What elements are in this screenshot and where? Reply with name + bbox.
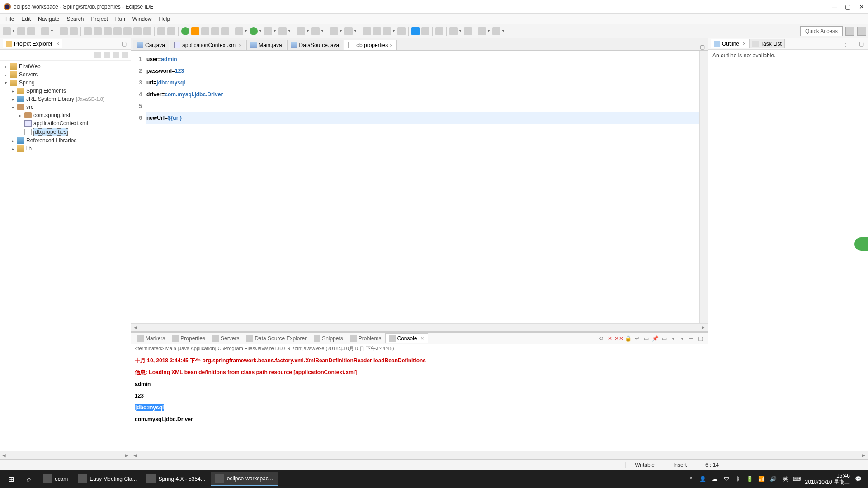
editor-horizontal-scrollbar[interactable]: ◄► <box>131 323 708 331</box>
console-line[interactable]: com.mysql.jdbc.Driver <box>135 413 704 425</box>
chevron-up-icon[interactable]: ^ <box>688 475 695 483</box>
code-area[interactable]: user=adminpassword=123url=jdbc:mysqldriv… <box>145 51 699 323</box>
project-explorer-tab[interactable]: Project Explorer × <box>3 39 62 48</box>
collapse-all-icon[interactable] <box>94 52 101 58</box>
back-button[interactable] <box>478 27 486 35</box>
maximize-button[interactable]: ▢ <box>845 3 851 10</box>
word-wrap-icon[interactable]: ↩ <box>633 335 641 342</box>
keyboard-icon[interactable]: ⌨ <box>793 475 801 483</box>
volume-icon[interactable]: 🔊 <box>770 475 777 483</box>
expander-icon[interactable]: ▸ <box>10 97 15 102</box>
new-package-button[interactable] <box>311 27 320 35</box>
step-into-button[interactable] <box>123 27 132 35</box>
save-all-button[interactable] <box>27 27 35 35</box>
minimize-icon[interactable]: ─ <box>691 44 697 50</box>
taskbar-item[interactable]: ocam <box>38 472 72 486</box>
bottom-tab-console[interactable]: Console× <box>385 333 428 343</box>
prev-annotation-button[interactable] <box>464 27 472 35</box>
tree-node[interactable]: applicationContext.xml <box>0 119 131 127</box>
tree-node[interactable]: db.properties <box>0 127 131 136</box>
stop-button[interactable] <box>104 27 112 35</box>
tree-node[interactable]: ▸FirstWeb <box>0 62 131 70</box>
close-icon[interactable]: × <box>56 41 59 47</box>
minimize-icon[interactable]: ─ <box>688 335 695 342</box>
focus-icon[interactable] <box>113 52 119 58</box>
console-line[interactable]: 信息: Loading XML bean definitions from cl… <box>135 366 704 378</box>
editor-tab[interactable]: applicationContext.xml× <box>170 40 245 50</box>
web-button[interactable] <box>411 27 420 35</box>
project-tree[interactable]: ▸FirstWeb▸Servers▾Spring▸Spring Elements… <box>0 61 131 451</box>
menu-help[interactable]: Help <box>156 14 174 23</box>
horizontal-scroll-row[interactable]: ◄► ◄► <box>0 451 868 459</box>
external-tools-button[interactable] <box>278 27 287 35</box>
ime-icon[interactable]: 英 <box>782 475 789 483</box>
notifications-icon[interactable]: 💬 <box>854 475 862 483</box>
scroll-lock-icon[interactable]: 🔒 <box>624 335 632 342</box>
annotation-button[interactable] <box>397 27 406 35</box>
open-task-button[interactable] <box>344 27 353 35</box>
bottom-tab-properties[interactable]: Properties <box>169 334 209 343</box>
maximize-icon[interactable]: ▢ <box>122 41 128 47</box>
console-line[interactable]: 123 <box>135 390 704 402</box>
tree-node[interactable]: ▾Spring <box>0 79 131 87</box>
tool-button[interactable] <box>70 27 78 35</box>
search-button[interactable] <box>383 27 391 35</box>
taskbar-item[interactable]: Easy Meeting Cla... <box>73 472 141 486</box>
new-button[interactable] <box>3 27 11 35</box>
expander-icon[interactable]: ▾ <box>10 105 15 110</box>
expander-icon[interactable]: ▾ <box>3 80 8 85</box>
folder-up-button[interactable] <box>373 27 381 35</box>
expander-icon[interactable]: ▸ <box>3 72 8 77</box>
remove-all-icon[interactable]: ✕✕ <box>615 335 623 342</box>
pin-button[interactable] <box>435 27 443 35</box>
view-menu-icon[interactable] <box>122 52 128 58</box>
quick-access-input[interactable]: Quick Access <box>800 26 843 36</box>
onedrive-icon[interactable]: ☁ <box>711 475 718 483</box>
view-menu-icon[interactable]: ⋮ <box>843 41 849 47</box>
publish-button[interactable] <box>221 27 229 35</box>
new-console-icon[interactable]: ▾ <box>679 335 686 342</box>
pause-button[interactable] <box>94 27 102 35</box>
open-perspective-button[interactable] <box>845 27 854 36</box>
battery-icon[interactable]: 🔋 <box>746 475 754 483</box>
tree-node[interactable]: ▸Spring Elements <box>0 87 131 95</box>
relaunch-button[interactable] <box>191 27 199 35</box>
close-icon[interactable]: × <box>390 42 392 48</box>
console-output[interactable]: 十月 10, 2018 3:44:45 下午 org.springframewo… <box>131 353 708 451</box>
outline-tab[interactable]: Outline × <box>711 39 749 48</box>
bottom-tab-data-source-explorer[interactable]: Data Source Explorer <box>243 334 310 343</box>
remove-launch-icon[interactable]: ✕ <box>606 335 613 342</box>
console-line[interactable]: jdbc:mysql <box>135 402 704 413</box>
task-list-tab[interactable]: Task List <box>749 39 785 48</box>
code-line[interactable]: url=jdbc:mysql <box>146 77 699 89</box>
close-icon[interactable]: × <box>421 335 424 342</box>
bluetooth-icon[interactable]: ᛒ <box>735 475 742 483</box>
close-button[interactable]: ✕ <box>859 3 864 10</box>
tree-node[interactable]: ▸JRE System Library[JavaSE-1.8] <box>0 95 131 103</box>
close-icon[interactable]: × <box>239 42 241 48</box>
menu-search[interactable]: Search <box>63 14 87 23</box>
skip-button[interactable] <box>84 27 92 35</box>
bottom-tab-snippets[interactable]: Snippets <box>310 334 347 343</box>
tree-node[interactable]: ▾src <box>0 103 131 111</box>
maximize-icon[interactable]: ▢ <box>700 44 706 50</box>
code-line[interactable]: newUrl=${url} <box>146 112 699 124</box>
tree-node[interactable]: ▸Servers <box>0 70 131 79</box>
folder-button[interactable] <box>363 27 371 35</box>
maximize-icon[interactable]: ▢ <box>859 41 865 47</box>
stop-server-button[interactable] <box>211 27 219 35</box>
build-button[interactable] <box>60 27 68 35</box>
expander-icon[interactable]: ▸ <box>3 64 8 69</box>
menu-window[interactable]: Window <box>129 14 156 23</box>
minimize-button[interactable]: ─ <box>832 3 837 10</box>
bottom-tab-servers[interactable]: Servers <box>209 334 243 343</box>
console-line[interactable]: admin <box>135 378 704 390</box>
save-button[interactable] <box>17 27 25 35</box>
expander-icon[interactable]: ▸ <box>10 89 15 94</box>
disconnect-button[interactable] <box>113 27 122 35</box>
menu-file[interactable]: File <box>2 14 18 23</box>
next-annotation-button[interactable] <box>449 27 458 35</box>
search-button[interactable]: ⌕ <box>20 470 38 488</box>
minimize-icon[interactable]: ─ <box>113 41 120 47</box>
toggle-button[interactable] <box>41 27 49 35</box>
